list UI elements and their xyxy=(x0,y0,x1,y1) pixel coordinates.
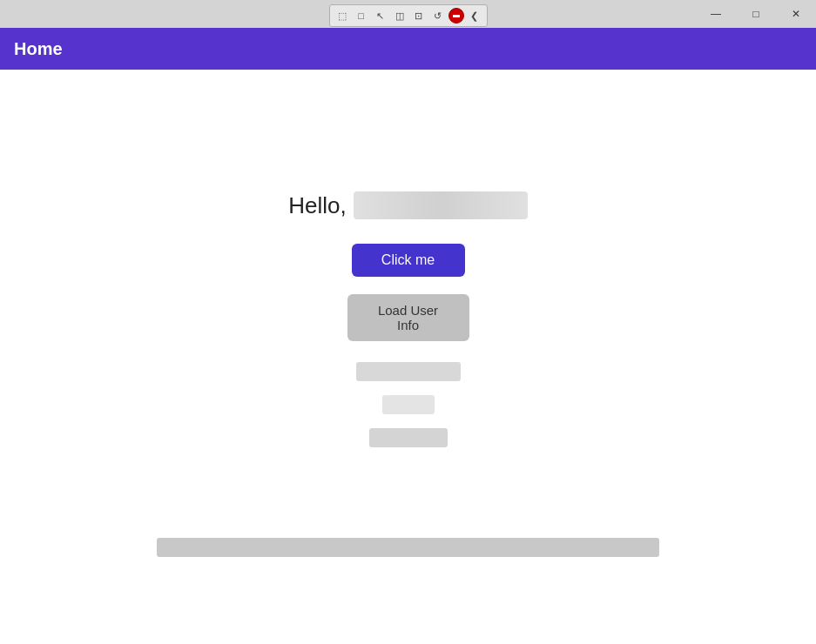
page-title: Home xyxy=(14,39,63,59)
header-bar: Home xyxy=(0,28,816,70)
bottom-bar xyxy=(157,538,659,557)
click-me-button[interactable]: Click me xyxy=(352,244,465,277)
toolbar-select-icon[interactable]: ⬚ xyxy=(334,7,351,24)
main-content: Hello, Click me Load User Info xyxy=(0,70,816,644)
toolbar-cursor-icon[interactable]: ↖ xyxy=(372,7,389,24)
toolbar: ⬚ □ ↖ ◫ ⊡ ↺ ❮ xyxy=(329,4,488,27)
toolbar-frame-icon[interactable]: ⊡ xyxy=(410,7,428,24)
hello-prefix: Hello, xyxy=(288,192,346,219)
toolbar-collapse-icon[interactable]: ❮ xyxy=(466,7,483,24)
placeholder-medium2 xyxy=(369,428,448,447)
placeholder-medium xyxy=(382,395,435,414)
close-button[interactable]: ✕ xyxy=(776,0,816,28)
minimize-button[interactable]: — xyxy=(696,0,736,28)
load-user-button[interactable]: Load User Info xyxy=(347,294,469,341)
placeholder-wide xyxy=(356,362,461,381)
hello-row: Hello, xyxy=(288,191,527,219)
window-controls: — □ ✕ xyxy=(696,0,816,28)
toolbar-stop-icon[interactable] xyxy=(448,8,464,23)
toolbar-inspect-icon[interactable]: ◫ xyxy=(391,7,408,24)
toolbar-refresh-icon[interactable]: ↺ xyxy=(429,7,447,24)
maximize-button[interactable]: □ xyxy=(736,0,776,28)
toolbar-window-icon[interactable]: □ xyxy=(353,7,370,24)
hello-name-placeholder xyxy=(354,191,528,219)
